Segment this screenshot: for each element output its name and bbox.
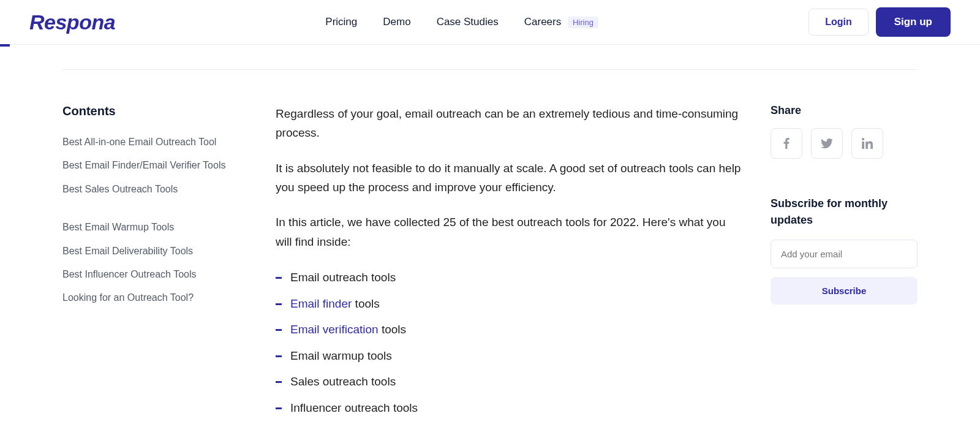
signup-button[interactable]: Sign up <box>876 7 951 37</box>
subscribe-button[interactable]: Subscribe <box>771 277 918 305</box>
article-body: Regardless of your goal, email outreach … <box>276 104 741 424</box>
share-buttons-row <box>771 128 918 159</box>
contents-sidebar: Contents Best All-in-one Email Outreach … <box>62 104 246 424</box>
share-heading: Share <box>771 104 918 117</box>
login-button[interactable]: Login <box>809 9 869 36</box>
paragraph-2: It is absolutely not feasible to do it m… <box>276 159 741 197</box>
brand-logo[interactable]: Respona <box>29 10 115 34</box>
toc-item-influencer[interactable]: Best Influencer Outreach Tools <box>62 269 197 279</box>
page-container: Contents Best All-in-one Email Outreach … <box>33 69 947 424</box>
bullet-text: Influencer outreach tools <box>290 401 418 414</box>
linkedin-icon <box>862 138 873 149</box>
auth-buttons: Login Sign up <box>809 7 951 37</box>
bullet-item: Sales outreach tools <box>276 374 741 390</box>
share-facebook-button[interactable] <box>771 128 802 159</box>
nav-pricing[interactable]: Pricing <box>325 16 357 28</box>
bullet-text: tools <box>352 297 379 310</box>
subscribe-block: Subscribe for monthly updates Subscribe <box>771 195 918 305</box>
toc-item-sales[interactable]: Best Sales Outreach Tools <box>62 184 178 194</box>
bullet-text: Email warmup tools <box>290 349 392 362</box>
toc-item-deliverability[interactable]: Best Email Deliverability Tools <box>62 246 193 256</box>
toc-item-all-in-one[interactable]: Best All-in-one Email Outreach Tool <box>62 137 216 147</box>
subscribe-email-input[interactable] <box>771 240 918 268</box>
bullet-item: Email warmup tools <box>276 348 741 365</box>
nav-case-studies[interactable]: Case Studies <box>437 16 499 28</box>
nav-demo[interactable]: Demo <box>383 16 410 28</box>
bullet-item: Email outreach tools <box>276 270 741 286</box>
share-block: Share <box>771 104 918 159</box>
paragraph-1: Regardless of your goal, email outreach … <box>276 104 741 143</box>
bullet-link-email-verification[interactable]: Email verification <box>290 323 379 336</box>
hiring-badge: Hiring <box>568 17 598 28</box>
right-sidebar: Share Subscribe for monthly updates S <box>771 104 918 424</box>
three-col-layout: Contents Best All-in-one Email Outreach … <box>62 70 918 424</box>
bullet-text: Email outreach tools <box>290 271 396 284</box>
facebook-icon <box>783 138 790 149</box>
subscribe-heading: Subscribe for monthly updates <box>771 195 918 229</box>
bullet-text: Sales outreach tools <box>290 375 396 388</box>
nav-careers-label: Careers <box>524 16 561 28</box>
toc-list: Best All-in-one Email Outreach Tool Best… <box>62 135 246 305</box>
paragraph-3: In this article, we have collected 25 of… <box>276 213 741 251</box>
bullet-item: Email finder tools <box>276 296 741 312</box>
twitter-icon <box>821 138 833 148</box>
bullet-text: tools <box>379 323 406 336</box>
toc-item-finder-verifier[interactable]: Best Email Finder/Email Verifier Tools <box>62 160 225 170</box>
top-nav: Pricing Demo Case Studies Careers Hiring <box>325 16 598 28</box>
share-linkedin-button[interactable] <box>851 128 883 159</box>
toc-item-looking[interactable]: Looking for an Outreach Tool? <box>62 292 194 303</box>
bullet-list: Email outreach tools Email finder tools … <box>276 270 741 417</box>
toc-item-warmup[interactable]: Best Email Warmup Tools <box>62 222 174 232</box>
bullet-link-email-finder[interactable]: Email finder <box>290 297 352 310</box>
bullet-item: Influencer outreach tools <box>276 400 741 417</box>
site-header: Respona Pricing Demo Case Studies Career… <box>0 0 980 45</box>
bullet-item: Email verification tools <box>276 322 741 338</box>
contents-heading: Contents <box>62 104 246 118</box>
share-twitter-button[interactable] <box>811 128 843 159</box>
nav-careers[interactable]: Careers Hiring <box>524 16 598 28</box>
read-progress-bar <box>0 44 10 47</box>
